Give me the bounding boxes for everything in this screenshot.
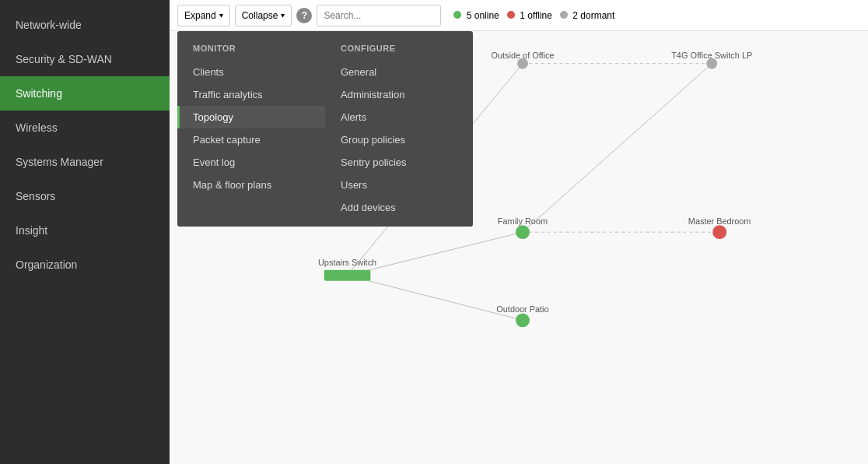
dropdown-columns: MONITOR Clients Traffic analytics Topolo…	[177, 39, 473, 219]
sidebar-item-wireless[interactable]: Wireless	[0, 111, 170, 145]
collapse-arrow-icon: ▾	[281, 11, 285, 19]
svg-text:Master Bedroom: Master Bedroom	[688, 216, 751, 226]
dropdown-item-administration[interactable]: Administration	[325, 83, 473, 106]
monitor-header: MONITOR	[177, 39, 325, 61]
sidebar-item-sensors[interactable]: Sensors	[0, 179, 170, 213]
svg-text:Family Room: Family Room	[498, 216, 548, 226]
dormant-status: 2 dormant	[560, 10, 614, 21]
svg-point-6	[517, 58, 528, 69]
sidebar-item-organization[interactable]: Organization	[0, 248, 170, 282]
dropdown-item-packet-capture[interactable]: Packet capture	[177, 128, 325, 151]
svg-text:Outside of Office: Outside of Office	[491, 51, 554, 60]
status-badges: 5 online 1 offline 2 dormant	[453, 10, 614, 21]
dropdown-item-topology[interactable]: Topology	[177, 106, 325, 128]
svg-point-8	[706, 58, 717, 69]
dropdown-item-add-devices[interactable]: Add devices	[325, 196, 473, 219]
dropdown-item-clients[interactable]: Clients	[177, 61, 325, 83]
offline-dot	[507, 11, 515, 19]
svg-point-12	[712, 225, 726, 239]
online-status: 5 online	[453, 10, 499, 21]
search-input[interactable]	[317, 5, 441, 26]
help-icon[interactable]: ?	[296, 8, 312, 23]
dropdown-item-map-floor-plans[interactable]: Map & floor plans	[177, 174, 325, 196]
dropdown-item-sentry-policies[interactable]: Sentry policies	[325, 151, 473, 174]
dropdown-menu: MONITOR Clients Traffic analytics Topolo…	[177, 31, 473, 227]
online-dot	[453, 11, 461, 19]
svg-rect-14	[324, 270, 371, 281]
configure-column: CONFIGURE General Administration Alerts …	[325, 39, 473, 219]
svg-point-16	[516, 313, 530, 327]
sidebar-item-insight[interactable]: Insight	[0, 213, 170, 248]
expand-button[interactable]: Expand ▾	[177, 5, 230, 26]
main-content: Expand ▾ Collapse ▾ ? 5 online 1 offline…	[170, 0, 868, 464]
dropdown-item-users[interactable]: Users	[325, 174, 473, 196]
dropdown-item-general[interactable]: General	[325, 61, 473, 83]
sidebar-item-switching[interactable]: Switching	[0, 76, 170, 111]
toolbar: Expand ▾ Collapse ▾ ? 5 online 1 offline…	[170, 0, 868, 31]
svg-text:Outdoor Patio: Outdoor Patio	[496, 304, 548, 314]
configure-header: CONFIGURE	[325, 39, 473, 61]
offline-status: 1 offline	[507, 10, 552, 21]
svg-text:Upstairs Switch: Upstairs Switch	[318, 258, 376, 267]
svg-point-10	[516, 225, 530, 239]
svg-line-3	[348, 232, 523, 276]
svg-text:T4G Office Switch LP: T4G Office Switch LP	[671, 51, 752, 60]
dropdown-item-traffic-analytics[interactable]: Traffic analytics	[177, 83, 325, 106]
sidebar-item-network-wide[interactable]: Network-wide	[0, 8, 170, 42]
monitor-column: MONITOR Clients Traffic analytics Topolo…	[177, 39, 325, 219]
dropdown-item-group-policies[interactable]: Group policies	[325, 128, 473, 151]
collapse-button[interactable]: Collapse ▾	[235, 5, 292, 26]
sidebar-item-systems-manager[interactable]: Systems Manager	[0, 145, 170, 179]
sidebar-item-security-sdwan[interactable]: Security & SD-WAN	[0, 42, 170, 76]
sidebar: Network-wide Security & SD-WAN Switching…	[0, 0, 170, 464]
svg-line-1	[523, 64, 712, 232]
dropdown-item-alerts[interactable]: Alerts	[325, 106, 473, 128]
expand-arrow-icon: ▾	[219, 11, 223, 19]
dropdown-item-event-log[interactable]: Event log	[177, 151, 325, 174]
dormant-dot	[560, 11, 568, 19]
